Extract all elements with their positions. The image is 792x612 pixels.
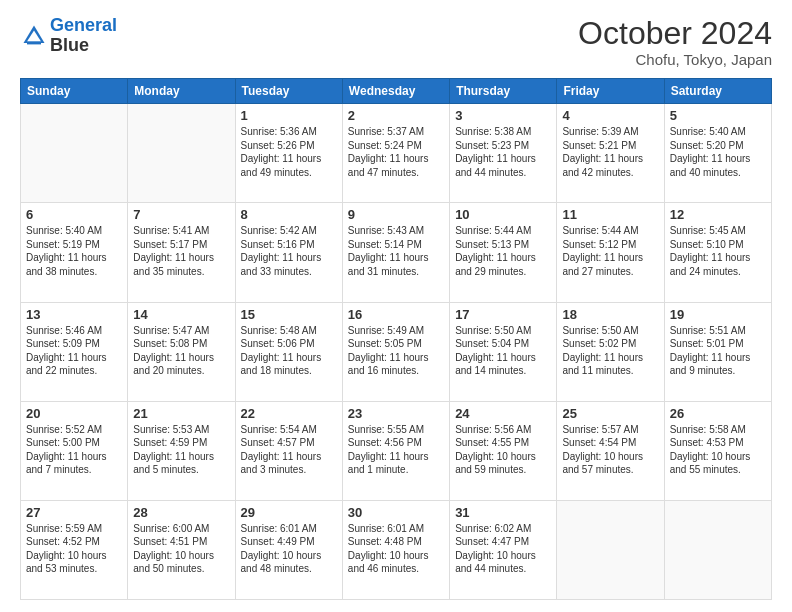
sunset-text: Sunset: 5:19 PM <box>26 238 122 252</box>
sunrise-text: Sunrise: 5:48 AM <box>241 324 337 338</box>
daylight-text: Daylight: 11 hours and 16 minutes. <box>348 351 444 378</box>
day-info: Sunrise: 6:01 AMSunset: 4:49 PMDaylight:… <box>241 522 337 576</box>
day-cell-3: 3Sunrise: 5:38 AMSunset: 5:23 PMDaylight… <box>450 104 557 203</box>
day-number: 2 <box>348 108 444 123</box>
day-cell-1: 1Sunrise: 5:36 AMSunset: 5:26 PMDaylight… <box>235 104 342 203</box>
day-cell-31: 31Sunrise: 6:02 AMSunset: 4:47 PMDayligh… <box>450 500 557 599</box>
daylight-text: Daylight: 11 hours and 22 minutes. <box>26 351 122 378</box>
day-cell-5: 5Sunrise: 5:40 AMSunset: 5:20 PMDaylight… <box>664 104 771 203</box>
daylight-text: Daylight: 11 hours and 9 minutes. <box>670 351 766 378</box>
daylight-text: Daylight: 10 hours and 50 minutes. <box>133 549 229 576</box>
logo-area: General Blue <box>20 16 117 56</box>
sunrise-text: Sunrise: 5:42 AM <box>241 224 337 238</box>
daylight-text: Daylight: 11 hours and 24 minutes. <box>670 251 766 278</box>
day-number: 14 <box>133 307 229 322</box>
weekday-header-saturday: Saturday <box>664 79 771 104</box>
week-row-1: 1Sunrise: 5:36 AMSunset: 5:26 PMDaylight… <box>21 104 772 203</box>
sunset-text: Sunset: 5:01 PM <box>670 337 766 351</box>
daylight-text: Daylight: 11 hours and 20 minutes. <box>133 351 229 378</box>
day-cell-23: 23Sunrise: 5:55 AMSunset: 4:56 PMDayligh… <box>342 401 449 500</box>
empty-cell <box>128 104 235 203</box>
day-info: Sunrise: 5:57 AMSunset: 4:54 PMDaylight:… <box>562 423 658 477</box>
day-cell-25: 25Sunrise: 5:57 AMSunset: 4:54 PMDayligh… <box>557 401 664 500</box>
sunset-text: Sunset: 5:02 PM <box>562 337 658 351</box>
day-number: 15 <box>241 307 337 322</box>
sunrise-text: Sunrise: 5:50 AM <box>562 324 658 338</box>
day-info: Sunrise: 5:38 AMSunset: 5:23 PMDaylight:… <box>455 125 551 179</box>
daylight-text: Daylight: 11 hours and 7 minutes. <box>26 450 122 477</box>
day-cell-15: 15Sunrise: 5:48 AMSunset: 5:06 PMDayligh… <box>235 302 342 401</box>
day-number: 25 <box>562 406 658 421</box>
sunrise-text: Sunrise: 5:40 AM <box>26 224 122 238</box>
weekday-header-thursday: Thursday <box>450 79 557 104</box>
day-cell-16: 16Sunrise: 5:49 AMSunset: 5:05 PMDayligh… <box>342 302 449 401</box>
day-number: 8 <box>241 207 337 222</box>
daylight-text: Daylight: 11 hours and 31 minutes. <box>348 251 444 278</box>
day-number: 31 <box>455 505 551 520</box>
daylight-text: Daylight: 10 hours and 59 minutes. <box>455 450 551 477</box>
daylight-text: Daylight: 11 hours and 44 minutes. <box>455 152 551 179</box>
day-number: 16 <box>348 307 444 322</box>
sunrise-text: Sunrise: 6:01 AM <box>348 522 444 536</box>
sunset-text: Sunset: 5:10 PM <box>670 238 766 252</box>
day-number: 28 <box>133 505 229 520</box>
sunrise-text: Sunrise: 5:40 AM <box>670 125 766 139</box>
daylight-text: Daylight: 10 hours and 55 minutes. <box>670 450 766 477</box>
daylight-text: Daylight: 10 hours and 53 minutes. <box>26 549 122 576</box>
day-info: Sunrise: 5:36 AMSunset: 5:26 PMDaylight:… <box>241 125 337 179</box>
day-number: 18 <box>562 307 658 322</box>
day-info: Sunrise: 5:39 AMSunset: 5:21 PMDaylight:… <box>562 125 658 179</box>
sunset-text: Sunset: 5:12 PM <box>562 238 658 252</box>
day-cell-18: 18Sunrise: 5:50 AMSunset: 5:02 PMDayligh… <box>557 302 664 401</box>
sunset-text: Sunset: 4:48 PM <box>348 535 444 549</box>
sunset-text: Sunset: 5:20 PM <box>670 139 766 153</box>
day-number: 26 <box>670 406 766 421</box>
sunrise-text: Sunrise: 5:53 AM <box>133 423 229 437</box>
day-cell-28: 28Sunrise: 6:00 AMSunset: 4:51 PMDayligh… <box>128 500 235 599</box>
day-info: Sunrise: 5:50 AMSunset: 5:02 PMDaylight:… <box>562 324 658 378</box>
day-number: 23 <box>348 406 444 421</box>
daylight-text: Daylight: 11 hours and 38 minutes. <box>26 251 122 278</box>
day-cell-12: 12Sunrise: 5:45 AMSunset: 5:10 PMDayligh… <box>664 203 771 302</box>
daylight-text: Daylight: 10 hours and 57 minutes. <box>562 450 658 477</box>
sunrise-text: Sunrise: 6:02 AM <box>455 522 551 536</box>
day-cell-21: 21Sunrise: 5:53 AMSunset: 4:59 PMDayligh… <box>128 401 235 500</box>
sunset-text: Sunset: 4:54 PM <box>562 436 658 450</box>
day-number: 3 <box>455 108 551 123</box>
sunrise-text: Sunrise: 5:43 AM <box>348 224 444 238</box>
sunset-text: Sunset: 5:00 PM <box>26 436 122 450</box>
day-info: Sunrise: 5:44 AMSunset: 5:13 PMDaylight:… <box>455 224 551 278</box>
day-cell-30: 30Sunrise: 6:01 AMSunset: 4:48 PMDayligh… <box>342 500 449 599</box>
day-number: 22 <box>241 406 337 421</box>
logo-general: General <box>50 15 117 35</box>
sunrise-text: Sunrise: 5:50 AM <box>455 324 551 338</box>
day-info: Sunrise: 5:42 AMSunset: 5:16 PMDaylight:… <box>241 224 337 278</box>
sunrise-text: Sunrise: 5:55 AM <box>348 423 444 437</box>
day-number: 9 <box>348 207 444 222</box>
daylight-text: Daylight: 10 hours and 46 minutes. <box>348 549 444 576</box>
daylight-text: Daylight: 11 hours and 29 minutes. <box>455 251 551 278</box>
sunrise-text: Sunrise: 5:49 AM <box>348 324 444 338</box>
weekday-header-monday: Monday <box>128 79 235 104</box>
day-info: Sunrise: 5:59 AMSunset: 4:52 PMDaylight:… <box>26 522 122 576</box>
day-number: 21 <box>133 406 229 421</box>
day-cell-29: 29Sunrise: 6:01 AMSunset: 4:49 PMDayligh… <box>235 500 342 599</box>
day-cell-8: 8Sunrise: 5:42 AMSunset: 5:16 PMDaylight… <box>235 203 342 302</box>
weekday-header-sunday: Sunday <box>21 79 128 104</box>
logo-text: General Blue <box>50 16 117 56</box>
day-info: Sunrise: 5:50 AMSunset: 5:04 PMDaylight:… <box>455 324 551 378</box>
svg-rect-3 <box>27 41 41 44</box>
sunrise-text: Sunrise: 5:41 AM <box>133 224 229 238</box>
week-row-5: 27Sunrise: 5:59 AMSunset: 4:52 PMDayligh… <box>21 500 772 599</box>
day-cell-27: 27Sunrise: 5:59 AMSunset: 4:52 PMDayligh… <box>21 500 128 599</box>
day-number: 20 <box>26 406 122 421</box>
title-area: October 2024 Chofu, Tokyo, Japan <box>578 16 772 68</box>
day-cell-17: 17Sunrise: 5:50 AMSunset: 5:04 PMDayligh… <box>450 302 557 401</box>
sunrise-text: Sunrise: 5:59 AM <box>26 522 122 536</box>
sunrise-text: Sunrise: 6:00 AM <box>133 522 229 536</box>
daylight-text: Daylight: 11 hours and 11 minutes. <box>562 351 658 378</box>
day-number: 13 <box>26 307 122 322</box>
week-row-4: 20Sunrise: 5:52 AMSunset: 5:00 PMDayligh… <box>21 401 772 500</box>
daylight-text: Daylight: 11 hours and 3 minutes. <box>241 450 337 477</box>
day-info: Sunrise: 5:55 AMSunset: 4:56 PMDaylight:… <box>348 423 444 477</box>
